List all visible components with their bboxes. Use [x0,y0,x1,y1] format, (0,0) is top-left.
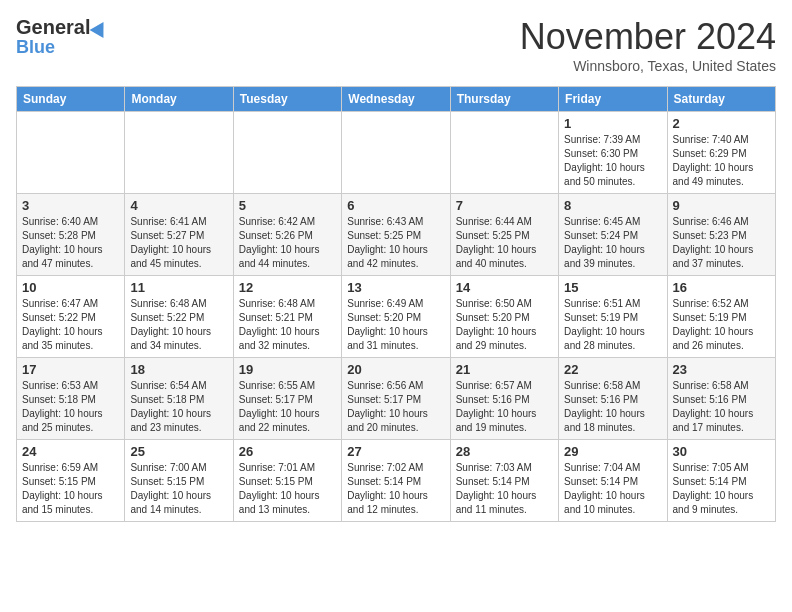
day-number: 18 [130,362,227,377]
calendar-cell: 6Sunrise: 6:43 AM Sunset: 5:25 PM Daylig… [342,194,450,276]
day-info: Sunrise: 6:47 AM Sunset: 5:22 PM Dayligh… [22,297,119,353]
day-info: Sunrise: 7:40 AM Sunset: 6:29 PM Dayligh… [673,133,770,189]
day-number: 3 [22,198,119,213]
day-info: Sunrise: 6:56 AM Sunset: 5:17 PM Dayligh… [347,379,444,435]
calendar-cell: 24Sunrise: 6:59 AM Sunset: 5:15 PM Dayli… [17,440,125,522]
day-info: Sunrise: 6:54 AM Sunset: 5:18 PM Dayligh… [130,379,227,435]
day-number: 9 [673,198,770,213]
calendar-cell: 7Sunrise: 6:44 AM Sunset: 5:25 PM Daylig… [450,194,558,276]
title-block: November 2024 Winnsboro, Texas, United S… [520,16,776,74]
weekday-header-saturday: Saturday [667,87,775,112]
calendar-cell: 14Sunrise: 6:50 AM Sunset: 5:20 PM Dayli… [450,276,558,358]
day-number: 5 [239,198,336,213]
day-number: 17 [22,362,119,377]
calendar-week-1: 1Sunrise: 7:39 AM Sunset: 6:30 PM Daylig… [17,112,776,194]
day-info: Sunrise: 6:49 AM Sunset: 5:20 PM Dayligh… [347,297,444,353]
day-info: Sunrise: 6:40 AM Sunset: 5:28 PM Dayligh… [22,215,119,271]
day-number: 28 [456,444,553,459]
calendar-cell [125,112,233,194]
day-number: 15 [564,280,661,295]
day-number: 27 [347,444,444,459]
day-number: 12 [239,280,336,295]
day-info: Sunrise: 6:52 AM Sunset: 5:19 PM Dayligh… [673,297,770,353]
day-info: Sunrise: 6:45 AM Sunset: 5:24 PM Dayligh… [564,215,661,271]
day-info: Sunrise: 6:48 AM Sunset: 5:22 PM Dayligh… [130,297,227,353]
calendar-cell: 11Sunrise: 6:48 AM Sunset: 5:22 PM Dayli… [125,276,233,358]
day-info: Sunrise: 7:05 AM Sunset: 5:14 PM Dayligh… [673,461,770,517]
logo-blue: Blue [16,37,55,58]
logo-triangle-icon [90,17,111,37]
weekday-header-monday: Monday [125,87,233,112]
calendar-cell: 27Sunrise: 7:02 AM Sunset: 5:14 PM Dayli… [342,440,450,522]
calendar-week-3: 10Sunrise: 6:47 AM Sunset: 5:22 PM Dayli… [17,276,776,358]
day-number: 29 [564,444,661,459]
calendar-cell: 12Sunrise: 6:48 AM Sunset: 5:21 PM Dayli… [233,276,341,358]
calendar-cell: 21Sunrise: 6:57 AM Sunset: 5:16 PM Dayli… [450,358,558,440]
calendar-cell: 25Sunrise: 7:00 AM Sunset: 5:15 PM Dayli… [125,440,233,522]
calendar-cell: 22Sunrise: 6:58 AM Sunset: 5:16 PM Dayli… [559,358,667,440]
day-info: Sunrise: 6:42 AM Sunset: 5:26 PM Dayligh… [239,215,336,271]
calendar-cell: 9Sunrise: 6:46 AM Sunset: 5:23 PM Daylig… [667,194,775,276]
day-number: 30 [673,444,770,459]
calendar-cell: 17Sunrise: 6:53 AM Sunset: 5:18 PM Dayli… [17,358,125,440]
calendar-cell: 18Sunrise: 6:54 AM Sunset: 5:18 PM Dayli… [125,358,233,440]
calendar-cell [17,112,125,194]
calendar-cell: 2Sunrise: 7:40 AM Sunset: 6:29 PM Daylig… [667,112,775,194]
weekday-header-wednesday: Wednesday [342,87,450,112]
day-info: Sunrise: 6:44 AM Sunset: 5:25 PM Dayligh… [456,215,553,271]
day-info: Sunrise: 7:00 AM Sunset: 5:15 PM Dayligh… [130,461,227,517]
day-info: Sunrise: 6:41 AM Sunset: 5:27 PM Dayligh… [130,215,227,271]
day-info: Sunrise: 7:39 AM Sunset: 6:30 PM Dayligh… [564,133,661,189]
day-number: 7 [456,198,553,213]
calendar-cell: 19Sunrise: 6:55 AM Sunset: 5:17 PM Dayli… [233,358,341,440]
weekday-header-tuesday: Tuesday [233,87,341,112]
calendar-cell: 20Sunrise: 6:56 AM Sunset: 5:17 PM Dayli… [342,358,450,440]
day-number: 16 [673,280,770,295]
day-number: 13 [347,280,444,295]
calendar-cell: 8Sunrise: 6:45 AM Sunset: 5:24 PM Daylig… [559,194,667,276]
logo: General Blue [16,16,108,58]
day-number: 26 [239,444,336,459]
day-info: Sunrise: 6:57 AM Sunset: 5:16 PM Dayligh… [456,379,553,435]
calendar-week-4: 17Sunrise: 6:53 AM Sunset: 5:18 PM Dayli… [17,358,776,440]
calendar-cell: 1Sunrise: 7:39 AM Sunset: 6:30 PM Daylig… [559,112,667,194]
calendar-table: SundayMondayTuesdayWednesdayThursdayFrid… [16,86,776,522]
day-info: Sunrise: 6:53 AM Sunset: 5:18 PM Dayligh… [22,379,119,435]
day-info: Sunrise: 6:50 AM Sunset: 5:20 PM Dayligh… [456,297,553,353]
calendar-cell: 28Sunrise: 7:03 AM Sunset: 5:14 PM Dayli… [450,440,558,522]
day-number: 8 [564,198,661,213]
page-header: General Blue November 2024 Winnsboro, Te… [16,16,776,74]
weekday-header-thursday: Thursday [450,87,558,112]
day-number: 24 [22,444,119,459]
calendar-cell: 26Sunrise: 7:01 AM Sunset: 5:15 PM Dayli… [233,440,341,522]
location: Winnsboro, Texas, United States [520,58,776,74]
day-number: 10 [22,280,119,295]
day-info: Sunrise: 6:59 AM Sunset: 5:15 PM Dayligh… [22,461,119,517]
day-number: 1 [564,116,661,131]
day-number: 4 [130,198,227,213]
weekday-header-sunday: Sunday [17,87,125,112]
day-info: Sunrise: 7:02 AM Sunset: 5:14 PM Dayligh… [347,461,444,517]
day-info: Sunrise: 6:58 AM Sunset: 5:16 PM Dayligh… [564,379,661,435]
weekday-header-friday: Friday [559,87,667,112]
month-title: November 2024 [520,16,776,58]
calendar-cell: 15Sunrise: 6:51 AM Sunset: 5:19 PM Dayli… [559,276,667,358]
day-number: 25 [130,444,227,459]
day-info: Sunrise: 7:01 AM Sunset: 5:15 PM Dayligh… [239,461,336,517]
day-number: 19 [239,362,336,377]
day-info: Sunrise: 7:04 AM Sunset: 5:14 PM Dayligh… [564,461,661,517]
calendar-cell: 23Sunrise: 6:58 AM Sunset: 5:16 PM Dayli… [667,358,775,440]
day-info: Sunrise: 6:51 AM Sunset: 5:19 PM Dayligh… [564,297,661,353]
day-number: 11 [130,280,227,295]
logo-general: General [16,16,90,39]
day-info: Sunrise: 6:43 AM Sunset: 5:25 PM Dayligh… [347,215,444,271]
calendar-cell [233,112,341,194]
day-number: 21 [456,362,553,377]
day-number: 14 [456,280,553,295]
day-number: 23 [673,362,770,377]
calendar-cell [450,112,558,194]
day-info: Sunrise: 7:03 AM Sunset: 5:14 PM Dayligh… [456,461,553,517]
day-info: Sunrise: 6:48 AM Sunset: 5:21 PM Dayligh… [239,297,336,353]
day-number: 6 [347,198,444,213]
calendar-cell: 4Sunrise: 6:41 AM Sunset: 5:27 PM Daylig… [125,194,233,276]
